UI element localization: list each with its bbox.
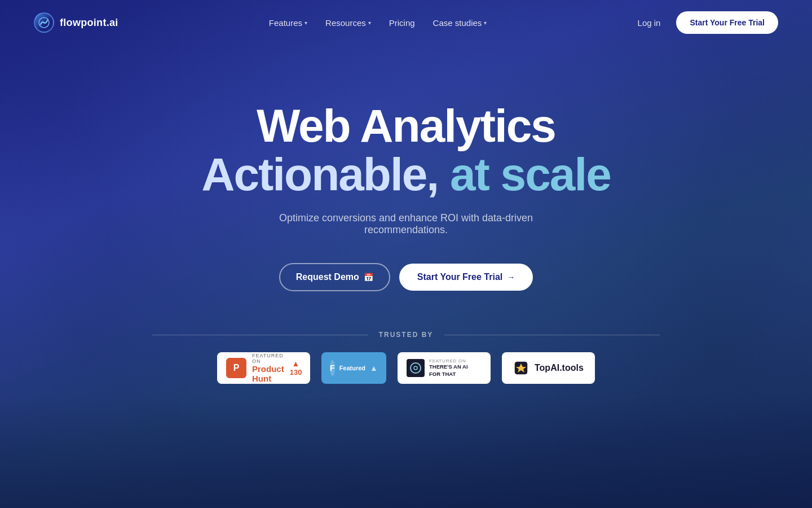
featured2-text: Featured <box>339 365 365 371</box>
divider-right <box>444 335 660 335</box>
hero-title-line1: Web Analytics <box>257 102 555 150</box>
arrow-right-icon: → <box>507 273 515 282</box>
hero-title-plain: Actionable, <box>201 148 438 200</box>
trusted-label: TRUSTED BY <box>379 331 434 339</box>
divider-left <box>152 335 368 335</box>
ph-featured-label: FEATURED ON <box>252 353 284 364</box>
logo[interactable]: flowpoint.ai <box>34 12 118 33</box>
ph-name: Product Hunt <box>252 364 284 383</box>
hero-title-accent: at scale <box>438 148 611 200</box>
hero-trial-button[interactable]: Start Your Free Trial → <box>399 264 533 291</box>
nav-features[interactable]: Features ▾ <box>269 16 307 30</box>
topai-svg <box>514 361 528 375</box>
theres-ai-text: FEATURED ON THERE'S AN AIFOR THAT <box>429 358 468 378</box>
request-demo-button[interactable]: Request Demo 📅 <box>279 263 390 291</box>
trusted-section: TRUSTED BY P FEATURED ON Product Hunt ▲ … <box>0 331 812 384</box>
bottom-glow <box>0 395 812 508</box>
ai-name: THERE'S AN AIFOR THAT <box>429 364 468 378</box>
ph-arrow-icon: ▲ <box>292 360 300 367</box>
ph-score: ▲ 130 <box>290 360 302 376</box>
chevron-down-icon: ▾ <box>484 20 487 26</box>
login-button[interactable]: Log in <box>638 18 661 28</box>
nav-trial-button[interactable]: Start Your Free Trial <box>676 11 778 34</box>
logo-icon <box>34 12 54 33</box>
ai-logo-svg <box>413 365 418 371</box>
hero-section: Web Analytics Actionable, at scale Optim… <box>0 45 812 291</box>
logo-text: flowpoint.ai <box>60 17 118 29</box>
hero-title-line2: Actionable, at scale <box>201 150 611 199</box>
hero-subtitle: Optimize conversions and enhance ROI wit… <box>237 212 575 236</box>
topai-name: TopAI.tools <box>535 363 584 373</box>
theres-ai-logo <box>407 359 425 377</box>
chevron-down-icon: ▾ <box>304 20 307 26</box>
ph-count: 130 <box>290 368 302 376</box>
topai-badge[interactable]: TopAI.tools <box>502 352 595 384</box>
featured2-arrow-icon: ▲ <box>370 364 378 373</box>
theres-ai-badge[interactable]: FEATURED ON THERE'S AN AIFOR THAT <box>398 352 491 384</box>
featured2-icon: F <box>330 360 335 376</box>
calendar-icon: 📅 <box>364 273 373 282</box>
nav-links: Features ▾ Resources ▾ Pricing Case stud… <box>269 16 487 30</box>
navigation: flowpoint.ai Features ▾ Resources ▾ Pric… <box>0 0 812 45</box>
featured2-badge[interactable]: F Featured ▲ <box>321 352 386 384</box>
trusted-label-row: TRUSTED BY <box>152 331 660 339</box>
product-hunt-text: FEATURED ON Product Hunt <box>252 353 284 383</box>
cta-buttons: Request Demo 📅 Start Your Free Trial → <box>279 263 533 291</box>
product-hunt-logo: P <box>226 358 246 378</box>
product-hunt-badge[interactable]: P FEATURED ON Product Hunt ▲ 130 <box>217 352 310 384</box>
svg-point-1 <box>414 366 417 370</box>
logo-svg <box>38 16 50 29</box>
nav-pricing[interactable]: Pricing <box>389 16 415 30</box>
trusted-badges: P FEATURED ON Product Hunt ▲ 130 F Featu… <box>217 352 595 384</box>
topai-icon <box>513 360 529 376</box>
ai-featured-label: FEATURED ON <box>429 358 468 364</box>
nav-resources[interactable]: Resources ▾ <box>325 16 371 30</box>
chevron-down-icon: ▾ <box>368 20 371 26</box>
nav-case-studies[interactable]: Case studies ▾ <box>433 16 487 30</box>
